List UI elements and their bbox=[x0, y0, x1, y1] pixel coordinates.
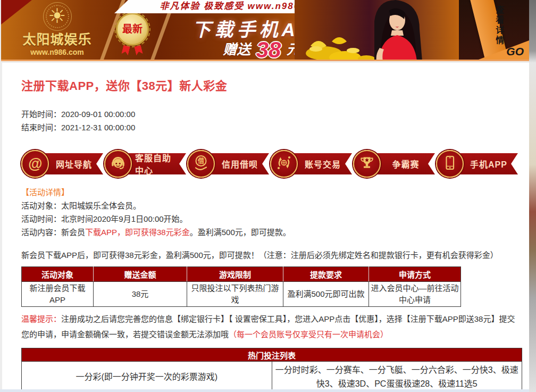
site-logo[interactable]: ☀ 太阳城娱乐 www.n986.com bbox=[5, 0, 109, 60]
bonus-cell-apply: 进入会员中心—前往活动中心申请 bbox=[369, 282, 461, 307]
nav-ribbon-label: 网址导航 bbox=[52, 148, 96, 179]
start-time: 开始时间：2020-09-01 00:00:00 bbox=[21, 107, 524, 121]
bonus-col-game-limit: 游戏限制 bbox=[187, 267, 283, 282]
newest-medal-badge: 最新 bbox=[116, 13, 149, 46]
medal-ribbon-right bbox=[134, 45, 143, 56]
hot-bet-category: 一分彩(即一分钟开奖一次的彩票游戏) bbox=[22, 362, 272, 392]
warm-tips-red: （每一个会员账号仅享受只有一次申请机会） bbox=[229, 330, 388, 339]
nav-ribbon-label: 客服自助中心 bbox=[135, 148, 179, 179]
nav-ribbon-label: 信用借呗 bbox=[218, 148, 262, 179]
banner-bonus-amount: 38 bbox=[253, 37, 284, 61]
details-heading: 【活动详情】 bbox=[21, 186, 524, 199]
bonus-col-amount: 赠送金额 bbox=[94, 267, 187, 282]
site-logo-title: 太阳城娱乐 bbox=[5, 29, 109, 48]
hot-bet-table: 热门投注列表 一分彩(即一分钟开奖一次的彩票游戏) 一分时时彩、一分赛车、一分飞… bbox=[21, 348, 522, 392]
nav-ribbon-customer-service[interactable]: 客服自助中心 bbox=[104, 148, 187, 179]
nav-ribbon-label: 账号交易 bbox=[301, 148, 345, 179]
medal-ribbon-left bbox=[121, 45, 130, 56]
warm-tips: 温馨提示：注册成功之后请您完善您的信息【绑定银行卡】【 设置密保工具】，您进入A… bbox=[21, 311, 521, 342]
bonus-cell-amount: 38元 bbox=[94, 282, 187, 307]
site-logo-url: www.n986.com bbox=[5, 48, 109, 56]
credit-loan-icon: 借 bbox=[192, 154, 210, 173]
at-icon: @ bbox=[28, 156, 42, 172]
bonus-table: 活动对象 赠送金额 游戏限制 提款要求 申请方式 新注册会员下载APP 38元 … bbox=[21, 266, 461, 307]
hot-bet-row-one-minute: 一分彩(即一分钟开奖一次的彩票游戏) 一分时时彩、一分赛车、一分飞艇、一分六合彩… bbox=[22, 362, 522, 392]
model-photo bbox=[295, 0, 460, 61]
nav-ribbon-tournament[interactable]: 争霸赛 bbox=[353, 148, 436, 179]
details-content: 活动内容：新会员下载APP，即可获得38元彩金。盈利满500元，即可提款。 bbox=[21, 226, 524, 239]
hot-bet-games: 一分时时彩、一分赛车、一分飞艇、一分六合彩、一分快3、极速快3、极速3D、PC蛋… bbox=[272, 362, 522, 392]
page-content: 注册下载APP，送你【38元】新人彩金 开始时间：2020-09-01 00:0… bbox=[2, 63, 529, 389]
details-time: 活动时间：北京时间2020年9月1日00:00开始。 bbox=[21, 212, 524, 226]
window-edge-artifact bbox=[529, 0, 536, 392]
trophy-icon bbox=[358, 154, 375, 173]
nav-ribbon-label: 手机APP bbox=[467, 148, 510, 179]
go-button[interactable]: GO bbox=[506, 45, 524, 58]
bonus-col-withdraw: 提款要求 bbox=[283, 267, 369, 282]
nav-ribbon-row: @ 网址导航 bbox=[21, 148, 519, 179]
promo-banner: ☀ 太阳城娱乐 www.n986.com 最新 非凡体验 极致感受 www.n9… bbox=[1, 0, 529, 61]
bonus-notice: 新会员下载APP后，即可获得38元彩金，盈利满500元，即可提款！（注意：注册后… bbox=[21, 249, 524, 260]
details-target: 活动对象：太阳城娱乐全体会员。 bbox=[21, 199, 524, 212]
customer-service-icon bbox=[110, 154, 127, 173]
phone-icon bbox=[441, 154, 458, 173]
bonus-cell-game-limit: 只限投注以下列表热门游戏 bbox=[187, 282, 283, 307]
nav-ribbon-account-trade[interactable]: 账号交易 bbox=[270, 148, 353, 179]
hot-bet-table-title: 热门投注列表 bbox=[22, 348, 522, 362]
bonus-table-header-row: 活动对象 赠送金额 游戏限制 提款要求 申请方式 bbox=[22, 267, 461, 282]
banner-sub-prefix: 赠送 bbox=[223, 41, 250, 57]
nav-ribbon-label: 争霸赛 bbox=[384, 148, 428, 179]
warm-tips-label: 温馨提示： bbox=[21, 314, 61, 323]
nav-ribbon-site-navigation[interactable]: @ 网址导航 bbox=[21, 148, 104, 179]
account-trade-icon bbox=[275, 154, 292, 173]
window-bottom-edge bbox=[0, 389, 529, 392]
hot-bet-table-header-row: 热门投注列表 bbox=[22, 348, 522, 362]
bonus-cell-withdraw: 盈利满500元即可出款 bbox=[283, 282, 369, 307]
activity-times: 开始时间：2020-09-01 00:00:00 结束时间：2021-12-31… bbox=[21, 107, 524, 134]
bonus-table-row: 新注册会员下载APP 38元 只限投注以下列表热门游戏 盈利满500元即可出款 … bbox=[22, 282, 461, 307]
page-title: 注册下载APP，送你【38元】新人彩金 bbox=[21, 76, 524, 93]
bonus-col-target: 活动对象 bbox=[22, 267, 94, 282]
svg-text:借: 借 bbox=[197, 157, 204, 165]
nav-ribbon-credit-loan[interactable]: 借 信用借呗 bbox=[187, 148, 270, 179]
details-content-highlight: 下载APP，即可获得38元彩金 bbox=[85, 228, 190, 237]
end-time: 结束时间：2021-12-31 00:00:00 bbox=[21, 121, 524, 134]
sun-emblem-icon: ☀ bbox=[43, 2, 72, 31]
bonus-cell-target: 新注册会员下载APP bbox=[22, 282, 94, 307]
nav-ribbon-mobile-app[interactable]: 手机APP bbox=[436, 148, 519, 179]
bonus-col-apply: 申请方式 bbox=[369, 267, 461, 282]
